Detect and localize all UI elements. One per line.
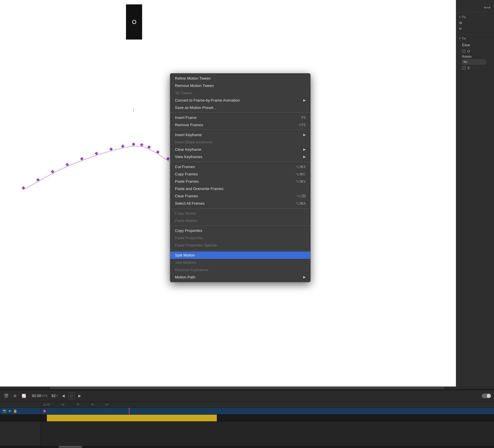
menu-item-label-copy-motion: Copy Motion: [175, 211, 196, 216]
svg-marker-9: [140, 143, 144, 146]
track-label-layer1[interactable]: 📷 👁 🔒: [0, 408, 41, 415]
menu-item-copy-motion: Copy Motion: [170, 210, 310, 217]
timeline-scrollbar-thumb[interactable]: [59, 446, 82, 448]
menu-item-label-convert-frame-by-frame: Convert to Frame-by-Frame Animation: [175, 98, 240, 102]
menu-item-insert-keyframe[interactable]: Insert Keyframe▶: [170, 131, 310, 138]
menu-item-label-paste-frames: Paste Frames: [175, 179, 199, 184]
menu-item-save-motion-preset[interactable]: Save as Motion Preset...: [170, 104, 310, 111]
menu-item-insert-blank-keyframe: Insert Blank Keyframe: [170, 138, 310, 146]
ruler-mark-65: 65: [56, 403, 70, 406]
playhead: [129, 408, 130, 414]
canvas-area: Refine Motion TweenRemove Motion Tween3D…: [0, 0, 494, 387]
next-frame-button[interactable]: ▶: [77, 393, 82, 399]
menu-item-label-view-keyframes: View Keyframes: [175, 155, 202, 159]
menu-item-cut-frames[interactable]: Cut Frames⌥⌘X: [170, 163, 310, 170]
track-label-layer2[interactable]: [0, 415, 41, 422]
track-lock-icon: 🔒: [13, 409, 17, 413]
menu-item-3d-tween: 3D Tween: [170, 89, 310, 97]
frame-display: 82 F: [52, 394, 58, 398]
menu-item-label-cut-frames: Cut Frames: [175, 165, 195, 169]
loop-knob: [487, 394, 491, 398]
menu-separator-sep1: [170, 112, 310, 113]
menu-item-label-paste-properties: Paste Properties: [175, 236, 203, 240]
ruler-mark-75: 75: [85, 403, 100, 406]
menu-shortcut-paste-frames: ⌥⌘V: [296, 179, 306, 184]
svg-marker-5: [95, 152, 98, 155]
svg-marker-1: [36, 178, 40, 182]
canvas-scrollbar-thumb[interactable]: [50, 387, 445, 389]
menu-separator-sep2: [170, 130, 310, 130]
track-labels: 📷 👁 🔒: [0, 408, 41, 446]
section-pa-label: ▾ Pa: [459, 15, 491, 19]
timeline-scrollbar[interactable]: [0, 446, 494, 448]
menu-item-paste-properties-special: Paste Properties Special...: [170, 242, 310, 249]
s-checkbox[interactable]: [462, 66, 466, 70]
menu-item-label-insert-keyframe: Insert Keyframe: [175, 133, 202, 137]
menu-item-label-3d-tween: 3D Tween: [175, 91, 192, 95]
orient-checkbox[interactable]: [462, 49, 466, 53]
menu-item-split-motion[interactable]: Split Motion: [170, 252, 310, 259]
menu-item-clear-keyframe[interactable]: Clear Keyframe▶: [170, 146, 310, 153]
app-container: Refine Motion TweenRemove Motion Tween3D…: [0, 0, 494, 448]
loop-toggle[interactable]: [482, 394, 491, 398]
menu-separator-sep3: [170, 162, 310, 162]
s-label: S: [467, 66, 469, 70]
menu-arrow-icon-convert-frame-by-frame: ▶: [303, 98, 306, 102]
menu-item-paste-frames[interactable]: Paste Frames⌥⌘V: [170, 178, 310, 185]
track-eye-off-icon: 👁: [8, 409, 11, 413]
frame-label: F: [56, 394, 58, 398]
menu-item-convert-frame-by-frame[interactable]: Convert to Frame-by-Frame Animation▶: [170, 97, 310, 104]
menu-item-select-all-frames[interactable]: Select All Frames⌥⌘A: [170, 200, 310, 207]
menu-separator-sep4: [170, 208, 310, 208]
svg-marker-4: [80, 157, 84, 160]
menu-item-insert-frame[interactable]: Insert FrameF5: [170, 114, 310, 121]
panel-icon-row: ⟺: [456, 2, 494, 13]
prev-frame-button[interactable]: ◀: [61, 393, 66, 399]
track-row-2[interactable]: [41, 415, 494, 422]
track-row-1[interactable]: [41, 408, 494, 415]
fps-value: 30.00: [32, 394, 41, 398]
menu-item-refine-motion-tween[interactable]: Refine Motion Tween: [170, 75, 310, 82]
ruler-mark-80: 80: [100, 403, 114, 406]
menu-item-label-paste-motion: Paste Motion: [175, 218, 197, 223]
menu-item-label-remove-frames: Remove Frames: [175, 123, 203, 127]
menu-item-label-select-all-frames: Select All Frames: [175, 201, 205, 206]
panel-section-tw: ▾ Tw Ease O Rotate No S: [456, 34, 494, 73]
motion-canvas: Refine Motion TweenRemove Motion Tween3D…: [0, 0, 456, 387]
center-frame-icon[interactable]: ◻: [68, 393, 75, 399]
canvas-scrollbar[interactable]: [0, 387, 494, 389]
ease-label: Ease: [459, 42, 491, 48]
camera-icon[interactable]: 🎬: [3, 393, 9, 399]
menu-item-copy-properties[interactable]: Copy Properties: [170, 227, 310, 234]
menu-item-label-motion-path: Motion Path: [175, 275, 195, 279]
transform-center: [132, 20, 136, 24]
svg-marker-8: [132, 142, 135, 146]
layers-icon[interactable]: ⊞: [12, 393, 18, 399]
menu-item-motion-path[interactable]: Motion Path▶: [170, 273, 310, 281]
menu-item-label-copy-properties: Copy Properties: [175, 228, 202, 233]
menu-item-copy-frames[interactable]: Copy Frames⌥⌘C: [170, 170, 310, 178]
menu-item-label-save-motion-preset: Save as Motion Preset...: [175, 105, 217, 110]
menu-item-view-keyframes[interactable]: View Keyframes▶: [170, 153, 310, 160]
menu-shortcut-select-all-frames: ⌥⌘A: [296, 201, 306, 206]
track-camera-icon: 📷: [2, 409, 6, 413]
menu-item-label-paste-properties-special: Paste Properties Special...: [175, 243, 220, 247]
fps-label: FPS: [42, 394, 47, 398]
graph-icon[interactable]: 📈: [21, 393, 27, 399]
s-checkbox-row: S: [459, 65, 491, 71]
menu-item-label-clear-frames: Clear Frames: [175, 194, 198, 198]
orientation-icon[interactable]: ⟺: [484, 5, 490, 10]
menu-item-remove-motion-tween[interactable]: Remove Motion Tween: [170, 82, 310, 89]
chevron-tw-icon[interactable]: ▾: [459, 37, 461, 40]
chevron-down-icon[interactable]: ▾: [459, 16, 461, 18]
menu-item-label-refine-motion-tween: Refine Motion Tween: [175, 76, 211, 81]
menu-item-remove-frames[interactable]: Remove Frames⇧F5: [170, 121, 310, 129]
ruler-mark-70: 70: [70, 403, 85, 406]
menu-item-clear-frames[interactable]: Clear Frames⌥⌫: [170, 192, 310, 200]
menu-item-label-insert-frame: Insert Frame: [175, 115, 197, 120]
rotate-value-field[interactable]: No: [462, 59, 486, 64]
menu-item-paste-overwrite-frames[interactable]: Paste and Overwrite Frames: [170, 185, 310, 192]
menu-shortcut-clear-frames: ⌥⌫: [297, 194, 306, 198]
menu-arrow-icon-insert-keyframe: ▶: [303, 133, 306, 137]
menu-shortcut-insert-frame: F5: [301, 116, 306, 120]
